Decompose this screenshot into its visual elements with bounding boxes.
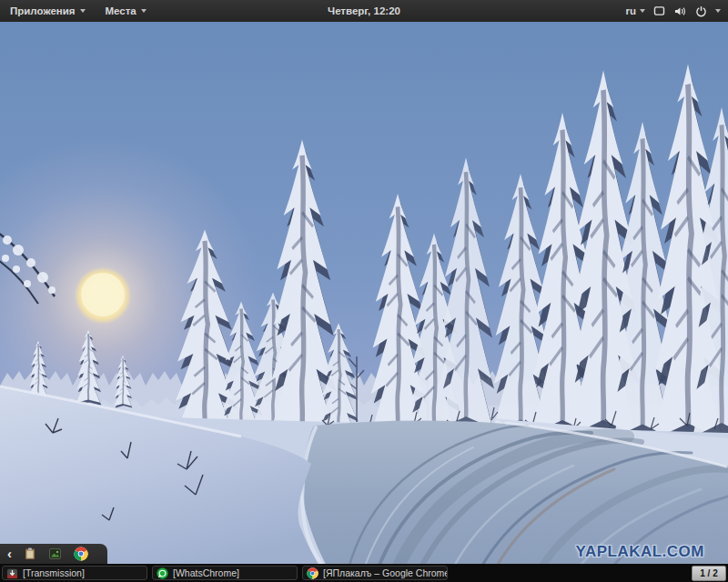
wallpaper-winter-scene bbox=[0, 22, 728, 582]
taskbar: [Transmission] [WhatsChrome] bbox=[0, 564, 728, 582]
system-menu-caret[interactable] bbox=[715, 9, 721, 13]
taskbar-window-label: [ЯПлакалъ – Google Chrome] bbox=[323, 567, 448, 578]
taskbar-window-label: [Transmission] bbox=[23, 567, 85, 578]
taskbar-window-label: [WhatsChrome] bbox=[173, 567, 239, 578]
workspace-switcher[interactable]: 1 / 2 bbox=[692, 566, 726, 581]
taskbar-window-chrome[interactable]: [ЯПлакалъ – Google Chrome] bbox=[302, 566, 448, 580]
transmission-icon bbox=[6, 567, 18, 579]
image-viewer-icon[interactable] bbox=[48, 547, 62, 560]
places-menu[interactable]: Места bbox=[96, 0, 157, 22]
top-panel: Приложения Места Четверг, 12:20 ru bbox=[0, 0, 728, 22]
wallpaper-watermark: YAPLAKAL.COM bbox=[576, 543, 704, 561]
taskbar-window-whatschrome[interactable]: [WhatsChrome] bbox=[152, 566, 298, 580]
desktop[interactable]: YAPLAKAL.COM bbox=[0, 22, 728, 582]
chrome-icon[interactable] bbox=[74, 547, 88, 561]
chevron-down-icon bbox=[80, 9, 86, 13]
clipboard-icon[interactable] bbox=[24, 547, 36, 560]
applications-menu[interactable]: Приложения bbox=[0, 0, 96, 22]
display-icon[interactable] bbox=[653, 5, 665, 16]
gnome-desktop-screen: Приложения Места Четверг, 12:20 ru bbox=[0, 0, 728, 582]
keyboard-layout-indicator[interactable]: ru bbox=[626, 5, 646, 16]
chevron-down-icon bbox=[141, 9, 147, 13]
power-icon[interactable] bbox=[695, 5, 707, 17]
chrome-icon bbox=[307, 567, 318, 579]
taskbar-window-transmission[interactable]: [Transmission] bbox=[2, 566, 147, 580]
chevron-down-icon bbox=[640, 9, 645, 13]
system-status-area[interactable]: ru bbox=[626, 0, 728, 22]
volume-icon[interactable] bbox=[673, 5, 687, 17]
applications-menu-label: Приложения bbox=[10, 5, 76, 16]
keyboard-layout-label: ru bbox=[626, 5, 637, 16]
collapse-chevron-icon[interactable]: ‹ bbox=[7, 547, 12, 560]
places-menu-label: Места bbox=[106, 5, 136, 16]
dock: ‹ bbox=[0, 544, 107, 564]
whatsapp-icon bbox=[157, 567, 168, 579]
